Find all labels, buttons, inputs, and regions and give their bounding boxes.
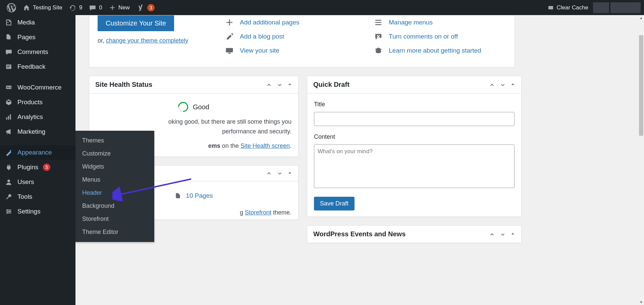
updates-link[interactable]: 9 bbox=[66, 0, 86, 15]
move-down-button[interactable] bbox=[500, 231, 506, 237]
submenu-item-storefront[interactable]: Storefront bbox=[75, 212, 154, 226]
sidebar-label: Appearance bbox=[17, 149, 52, 156]
chevron-down-icon bbox=[500, 231, 506, 237]
health-status-row: Good bbox=[96, 100, 291, 117]
sidebar-item-pages[interactable]: Pages bbox=[0, 30, 75, 45]
or-change-theme: or, change your theme completely bbox=[98, 37, 208, 44]
draft-content-textarea[interactable] bbox=[314, 144, 515, 188]
submenu-item-widgets[interactable]: Widgets bbox=[75, 160, 154, 173]
appearance-icon bbox=[5, 148, 13, 157]
comments-off-icon bbox=[374, 32, 383, 41]
draft-content-label: Content bbox=[314, 132, 515, 142]
sidebar-label: Users bbox=[17, 178, 34, 186]
products-icon bbox=[5, 98, 13, 106]
submenu-item-theme-editor[interactable]: Theme Editor bbox=[75, 226, 154, 239]
svg-rect-9 bbox=[10, 114, 11, 119]
sidebar-label: Marketing bbox=[17, 128, 45, 135]
new-label: New bbox=[118, 4, 130, 11]
comments-link[interactable]: 0 bbox=[86, 0, 105, 15]
site-name-link[interactable]: Testing Site bbox=[19, 0, 66, 15]
updates-count: 9 bbox=[79, 4, 82, 11]
health-status-value: Good bbox=[193, 102, 209, 112]
welcome-add-pages[interactable]: Add additional pages bbox=[225, 15, 357, 29]
storefront-theme-link[interactable]: Storefront bbox=[245, 209, 271, 216]
welcome-manage-menus[interactable]: Manage menus bbox=[374, 15, 506, 29]
sidebar-item-settings[interactable]: Settings bbox=[0, 204, 75, 219]
feedback-icon bbox=[5, 63, 13, 71]
site-health-screen-link[interactable]: Site Health screen bbox=[240, 142, 290, 149]
welcome-learn-more[interactable]: Learn more about getting started bbox=[374, 44, 506, 58]
move-up-button[interactable] bbox=[266, 170, 272, 176]
site-health-title: Site Health Status bbox=[95, 81, 152, 88]
chevron-down-icon bbox=[277, 82, 283, 88]
plugins-icon bbox=[5, 163, 13, 171]
welcome-view-site[interactable]: View your site bbox=[225, 44, 357, 58]
appearance-submenu: Themes Customize Widgets Menus Header Ba… bbox=[75, 131, 154, 242]
move-up-button[interactable] bbox=[489, 231, 495, 237]
triangle-up-icon bbox=[511, 82, 515, 86]
wordpress-logo-icon bbox=[7, 3, 16, 12]
edit-icon bbox=[225, 32, 234, 41]
learn-icon bbox=[374, 46, 383, 55]
sidebar-label: Tools bbox=[17, 193, 32, 200]
sidebar-item-users[interactable]: Users bbox=[0, 175, 75, 189]
move-down-button[interactable] bbox=[277, 82, 283, 88]
panel-handle-actions bbox=[489, 231, 515, 237]
sidebar-item-tools[interactable]: Tools bbox=[0, 189, 75, 204]
submenu-item-header[interactable]: Header bbox=[75, 186, 154, 199]
save-draft-button[interactable]: Save Draft bbox=[314, 197, 355, 210]
sidebar-label: Pages bbox=[17, 34, 36, 41]
sidebar-item-feedback[interactable]: Feedback bbox=[0, 59, 75, 74]
welcome-comments-toggle[interactable]: Turn comments on or off bbox=[374, 29, 506, 44]
refresh-icon bbox=[69, 4, 76, 11]
new-content-link[interactable]: New bbox=[106, 0, 133, 15]
move-up-button[interactable] bbox=[266, 82, 272, 88]
quick-draft-title: Quick Draft bbox=[313, 81, 350, 88]
sidebar-item-marketing[interactable]: Marketing bbox=[0, 124, 75, 139]
media-icon bbox=[5, 18, 13, 26]
chevron-up-icon bbox=[489, 82, 495, 88]
sidebar-item-plugins[interactable]: Plugins 5 bbox=[0, 160, 75, 175]
chevron-up-icon bbox=[266, 170, 272, 176]
svg-point-15 bbox=[9, 211, 10, 212]
yoast-link[interactable]: 3 bbox=[133, 0, 158, 15]
move-down-button[interactable] bbox=[277, 170, 283, 176]
svg-rect-8 bbox=[8, 116, 9, 120]
toggle-panel-button[interactable] bbox=[287, 82, 292, 88]
sidebar-item-analytics[interactable]: Analytics bbox=[0, 110, 75, 124]
sidebar-label: Comments bbox=[17, 48, 48, 56]
sidebar-item-comments[interactable]: Comments bbox=[0, 45, 75, 59]
wp-events-title: WordPress Events and News bbox=[313, 230, 406, 238]
toggle-panel-button[interactable] bbox=[287, 170, 292, 176]
pages-icon bbox=[174, 192, 182, 200]
wp-logo-link[interactable] bbox=[3, 0, 19, 15]
draft-title-input[interactable] bbox=[314, 112, 515, 126]
chevron-down-icon bbox=[500, 82, 506, 88]
welcome-add-blog-post[interactable]: Add a blog post bbox=[225, 29, 357, 44]
triangle-up-icon bbox=[287, 82, 292, 86]
move-up-button[interactable] bbox=[489, 82, 495, 88]
sidebar-item-appearance[interactable]: Appearance bbox=[0, 145, 75, 160]
submenu-item-customize[interactable]: Customize bbox=[75, 147, 154, 160]
svg-rect-17 bbox=[226, 48, 233, 52]
submenu-item-background[interactable]: Background bbox=[75, 199, 154, 212]
change-theme-link[interactable]: change your theme completely bbox=[106, 37, 188, 44]
chevron-down-icon bbox=[277, 170, 283, 176]
submenu-item-menus[interactable]: Menus bbox=[75, 173, 154, 186]
menu-icon bbox=[374, 18, 383, 27]
sidebar-item-products[interactable]: Products bbox=[0, 95, 75, 110]
toggle-panel-button[interactable] bbox=[511, 231, 515, 237]
quick-draft-panel: Quick Draft Title Content bbox=[307, 76, 522, 217]
sidebar-item-media[interactable]: Media bbox=[0, 15, 75, 30]
draft-title-label: Title bbox=[314, 100, 515, 109]
panel-handle-actions bbox=[266, 170, 292, 176]
svg-point-1 bbox=[7, 22, 8, 23]
admin-bar: Testing Site 9 0 New 3 Clear Cache bbox=[0, 0, 523, 15]
move-down-button[interactable] bbox=[500, 82, 506, 88]
customize-site-button[interactable]: Customize Your Site bbox=[98, 15, 174, 31]
sidebar-label: Products bbox=[17, 99, 43, 106]
sidebar-item-woocommerce[interactable]: Woo WooCommerce bbox=[0, 80, 75, 95]
submenu-item-themes[interactable]: Themes bbox=[75, 134, 154, 147]
admin-sidebar: Media Pages Comments Feedback Woo WooCom… bbox=[0, 15, 75, 250]
toggle-panel-button[interactable] bbox=[511, 82, 515, 88]
